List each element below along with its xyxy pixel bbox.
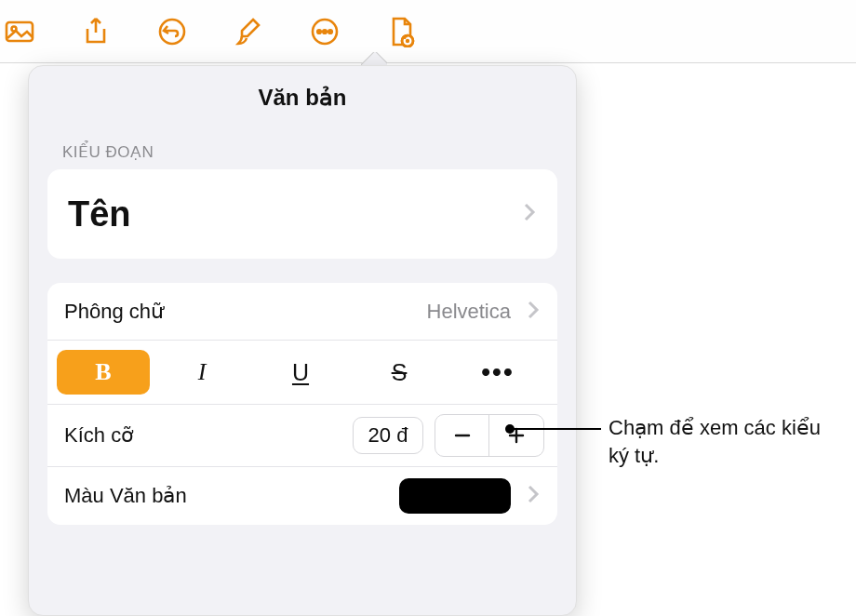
paragraph-style-row[interactable]: Tên bbox=[47, 169, 557, 259]
size-row: Kích cỡ 20 đ bbox=[47, 405, 557, 467]
text-color-label: Màu Văn bản bbox=[64, 484, 187, 508]
text-color-swatch[interactable] bbox=[399, 478, 511, 514]
underline-button[interactable]: U bbox=[254, 350, 347, 395]
svg-point-4 bbox=[317, 30, 321, 33]
italic-letter: I bbox=[198, 358, 207, 386]
font-row[interactable]: Phông chữ Helvetica bbox=[47, 283, 557, 341]
media-icon[interactable] bbox=[2, 14, 37, 49]
share-icon[interactable] bbox=[78, 14, 114, 49]
format-popover: Văn bản KIỂU ĐOẠN Tên Phông chữ Helvetic… bbox=[28, 65, 577, 616]
font-label: Phông chữ bbox=[64, 300, 164, 324]
callout-leader-line bbox=[511, 428, 601, 430]
size-increase-button[interactable] bbox=[489, 415, 543, 456]
font-value: Helvetica bbox=[427, 300, 511, 324]
italic-button[interactable]: I bbox=[155, 350, 248, 395]
chevron-right-icon bbox=[526, 484, 541, 508]
format-brush-icon[interactable] bbox=[231, 14, 266, 49]
text-format-card: Phông chữ Helvetica B I U S ••• bbox=[47, 283, 557, 525]
svg-point-9 bbox=[406, 38, 409, 42]
underline-letter: U bbox=[292, 359, 309, 386]
bold-letter: B bbox=[95, 358, 111, 386]
more-icon[interactable] bbox=[307, 14, 342, 49]
popover-title: Văn bản bbox=[29, 85, 576, 142]
strikethrough-button[interactable]: S bbox=[353, 350, 446, 395]
undo-icon[interactable] bbox=[154, 14, 190, 49]
style-buttons-row: B I U S ••• bbox=[47, 341, 557, 405]
paragraph-style-card: Tên bbox=[47, 169, 557, 259]
callout-text: Chạm để xem các kiểu ký tự. bbox=[609, 414, 846, 469]
bold-button[interactable]: B bbox=[57, 350, 150, 395]
chevron-right-icon bbox=[526, 300, 541, 324]
toolbar bbox=[0, 0, 856, 63]
strike-letter: S bbox=[392, 359, 408, 386]
svg-point-5 bbox=[323, 30, 327, 33]
paragraph-style-name: Tên bbox=[68, 194, 131, 234]
more-text-options-button[interactable]: ••• bbox=[451, 350, 544, 395]
size-stepper bbox=[435, 414, 544, 457]
size-decrease-button[interactable] bbox=[435, 415, 489, 456]
popover-arrow bbox=[361, 52, 387, 65]
svg-point-6 bbox=[328, 30, 332, 33]
size-value[interactable]: 20 đ bbox=[353, 417, 423, 454]
document-icon[interactable] bbox=[383, 14, 419, 49]
ellipsis-icon: ••• bbox=[481, 359, 514, 385]
text-color-row[interactable]: Màu Văn bản bbox=[47, 467, 557, 525]
size-label: Kích cỡ bbox=[64, 423, 133, 448]
chevron-right-icon bbox=[522, 202, 537, 226]
paragraph-style-section-label: KIỂU ĐOẠN bbox=[29, 142, 576, 162]
